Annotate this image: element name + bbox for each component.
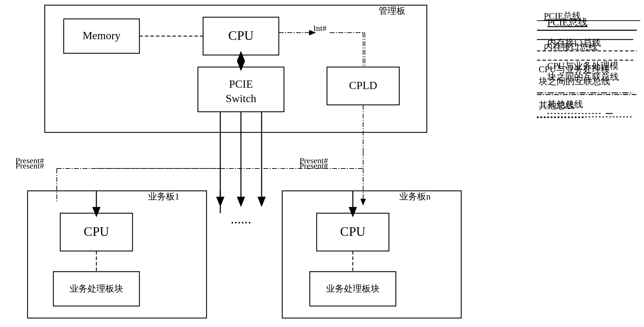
management-board-label: 管理板 [379,6,405,16]
service-boardn-label: 业务板n [399,192,431,201]
presentn-label-fix: Present# [299,156,328,165]
memory-label: Memory [83,29,120,42]
legend-cpu-int-label2: 块之间的互联总线 [547,72,619,82]
pcie-switch-label-2: Switch [226,92,256,105]
service-procn-label: 业务处理板块 [326,284,380,294]
dots-label: ...... [231,211,251,227]
service-board1-label: 业务板1 [148,192,179,201]
cpld-label: CPLD [349,79,377,91]
legend-pcie-label: PCIE总线 [547,17,588,28]
cpu-board1-label: CPU [84,224,109,239]
legend-cpu-int-label1: CPU与业务处理模 [547,61,619,71]
legend-other-label: 其他总线 [547,99,583,109]
present1-label-fix: Present# [15,156,44,165]
pcie-switch-label-1: PCIE [229,78,253,90]
service-proc1-label: 业务处理板块 [70,284,123,294]
cpu-main-label: CPU [228,28,254,43]
cpu-boardn-label: CPU [340,224,366,239]
legend-memory-label: 内存接口总线 [547,38,601,48]
diagram-container: PCIE总线 内存接口总线 CPU与业务处理模 块之间的互联总线 其他总线 管理… [0,0,644,327]
int-label: Int# [313,24,327,33]
